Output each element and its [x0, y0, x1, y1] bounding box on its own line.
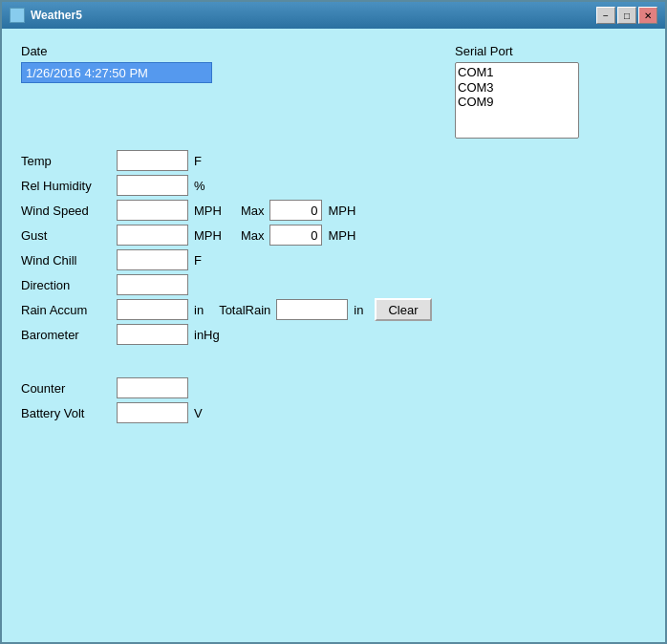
serial-port-listbox[interactable]: COM1COM3COM9 — [455, 62, 579, 139]
temp-input[interactable] — [117, 150, 188, 171]
total-rain-unit: in — [354, 303, 363, 317]
barometer-unit: inHg — [194, 328, 220, 342]
fields-area: Temp F Rel Humidity % Wind Speed MPH Max… — [21, 148, 646, 425]
gust-input[interactable] — [117, 225, 188, 246]
wind-chill-row: Wind Chill F — [21, 247, 646, 272]
content-area: Date Serial Port COM1COM3COM9 Temp F Rel… — [2, 29, 665, 642]
gust-max-label: Max — [241, 228, 265, 243]
counter-row: Counter — [21, 376, 646, 400]
rain-accum-input[interactable] — [117, 299, 188, 320]
gust-max-section: Max MPH — [241, 225, 355, 246]
direction-row: Direction — [21, 272, 646, 297]
temp-label: Temp — [21, 154, 117, 168]
wind-chill-label: Wind Chill — [21, 253, 117, 268]
serial-port-section: Serial Port COM1COM3COM9 — [455, 44, 646, 139]
date-section: Date — [21, 44, 436, 139]
battery-volt-unit: V — [194, 406, 203, 420]
gust-max-input[interactable] — [269, 225, 322, 246]
title-bar-buttons: − □ ✕ — [596, 7, 657, 24]
counter-label: Counter — [21, 381, 117, 396]
wind-speed-max-unit: MPH — [328, 204, 355, 218]
rel-humidity-label: Rel Humidity — [21, 179, 117, 193]
wind-speed-input[interactable] — [117, 200, 188, 221]
close-button[interactable]: ✕ — [638, 7, 657, 24]
clear-button[interactable]: Clear — [375, 298, 431, 321]
date-input[interactable] — [21, 62, 212, 83]
wind-speed-row: Wind Speed MPH Max MPH — [21, 198, 646, 223]
barometer-label: Barometer — [21, 328, 117, 342]
counter-input[interactable] — [117, 377, 188, 398]
direction-label: Direction — [21, 278, 117, 292]
top-section: Date Serial Port COM1COM3COM9 — [21, 44, 646, 139]
rain-accum-label: Rain Accum — [21, 303, 117, 317]
wind-chill-unit: F — [194, 253, 202, 268]
total-rain-input[interactable] — [276, 299, 348, 320]
wind-speed-max-label: Max — [241, 204, 265, 218]
barometer-input[interactable] — [117, 324, 188, 345]
temp-row: Temp F — [21, 148, 646, 173]
minimize-button[interactable]: − — [596, 7, 615, 24]
wind-speed-unit: MPH — [194, 204, 222, 218]
serial-port-label: Serial Port — [455, 44, 646, 58]
wind-chill-input[interactable] — [117, 249, 188, 270]
restore-button[interactable]: □ — [617, 7, 636, 24]
direction-input[interactable] — [117, 274, 188, 295]
rel-humidity-input[interactable] — [117, 175, 188, 196]
rain-accum-unit: in — [194, 303, 204, 317]
window-title: Weather5 — [31, 9, 596, 22]
battery-volt-input[interactable] — [117, 402, 188, 423]
battery-volt-label: Battery Volt — [21, 406, 117, 420]
barometer-row: Barometer inHg — [21, 322, 646, 347]
gust-unit: MPH — [194, 228, 222, 243]
main-window: Weather5 − □ ✕ Date Serial Port COM1COM3… — [0, 0, 667, 644]
wind-speed-max-section: Max MPH — [241, 200, 355, 221]
spacer — [21, 347, 646, 376]
app-icon — [10, 8, 25, 23]
gust-row: Gust MPH Max MPH — [21, 223, 646, 247]
rain-accum-row: Rain Accum in TotalRain in Clear — [21, 297, 646, 322]
temp-unit: F — [194, 154, 202, 168]
rel-humidity-row: Rel Humidity % — [21, 173, 646, 198]
date-label: Date — [21, 44, 436, 58]
gust-label: Gust — [21, 228, 117, 243]
wind-speed-max-input[interactable] — [269, 200, 322, 221]
gust-max-unit: MPH — [328, 228, 355, 243]
battery-volt-row: Battery Volt V — [21, 400, 646, 425]
rel-humidity-unit: % — [194, 179, 205, 193]
title-bar: Weather5 − □ ✕ — [2, 2, 665, 29]
total-rain-label: TotalRain — [219, 303, 270, 317]
wind-speed-label: Wind Speed — [21, 204, 117, 218]
